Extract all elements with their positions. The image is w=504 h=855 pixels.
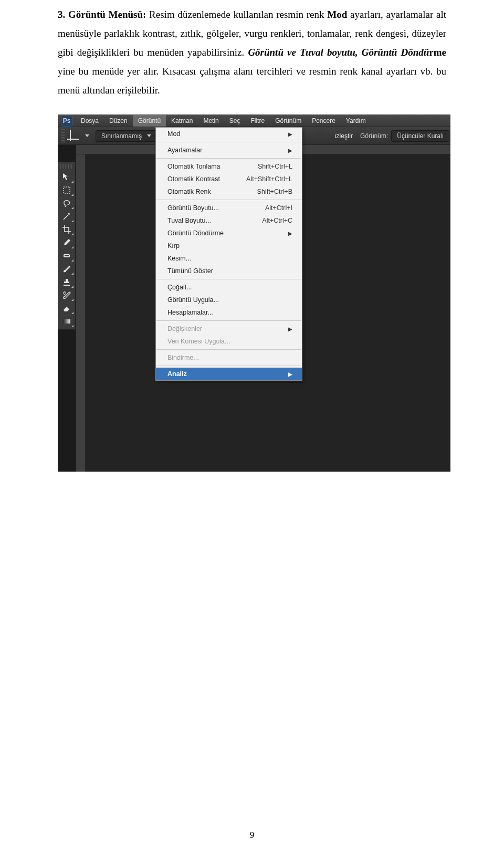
flyout-indicator-icon — [71, 233, 74, 235]
menu-görünüm[interactable]: Görünüm — [270, 115, 307, 127]
submenu-arrow-icon: ▶ — [288, 371, 292, 377]
menu-item: Değişkenler▶ — [156, 322, 302, 335]
menu-yardım[interactable]: Yardım — [341, 115, 371, 127]
flyout-indicator-icon — [71, 273, 74, 275]
menu-separator — [156, 349, 301, 350]
menu-shortcut: Alt+Ctrl+C — [262, 217, 292, 224]
menu-item[interactable]: Mod▶ — [156, 128, 302, 140]
flyout-indicator-icon — [71, 207, 74, 209]
flyout-indicator-icon — [71, 299, 74, 301]
flyout-indicator-icon — [71, 312, 74, 314]
aspect-dropdown[interactable]: Sınırlanmamış — [96, 130, 157, 142]
menu-item[interactable]: Kırp — [156, 239, 302, 252]
menu-item-label: Analiz — [167, 370, 187, 378]
flyout-indicator-icon — [71, 325, 74, 327]
move-tool[interactable] — [59, 171, 74, 183]
eyedropper-tool[interactable] — [59, 236, 74, 249]
menu-metin[interactable]: Metin — [198, 115, 224, 127]
menu-item-label: Hesaplamalar... — [167, 309, 213, 316]
flyout-indicator-icon — [71, 220, 74, 222]
stamp-tool[interactable] — [59, 276, 74, 288]
menu-item-label: Veri Kümesi Uygula... — [167, 338, 230, 345]
menu-item-label: Kesim... — [167, 255, 191, 262]
lasso-tool[interactable] — [59, 197, 74, 210]
menu-item[interactable]: Çoğalt... — [156, 281, 302, 294]
menu-item[interactable]: Görüntü Uygula... — [156, 294, 302, 306]
menu-item-label: Görüntü Boyutu... — [167, 204, 219, 212]
view-label: Görünüm: — [360, 132, 388, 140]
view-dropdown[interactable]: Üçüncüler Kuralı — [391, 130, 449, 142]
ps-logo: Ps — [61, 115, 72, 127]
menu-item-label: Ayarlamalar — [167, 147, 202, 154]
menu-separator — [156, 200, 301, 200]
chevron-down-icon[interactable] — [85, 134, 89, 137]
menu-item-label: Tümünü Göster — [167, 267, 213, 275]
chevron-down-icon — [147, 134, 151, 137]
menu-item[interactable]: Otomatik KontrastAlt+Shift+Ctrl+L — [156, 173, 302, 185]
svg-rect-2 — [65, 255, 69, 256]
menu-item[interactable]: Tümünü Göster — [156, 265, 302, 277]
menu-separator — [156, 158, 301, 159]
menu-filtre[interactable]: Filtre — [245, 115, 270, 127]
menu-görüntü[interactable]: Görüntü — [133, 115, 166, 127]
straighten-label: ızleştir — [334, 132, 353, 140]
menu-item[interactable]: Analiz▶ — [156, 368, 302, 380]
submenu-arrow-icon: ▶ — [288, 231, 292, 236]
submenu-arrow-icon: ▶ — [288, 131, 292, 137]
flyout-indicator-icon — [71, 181, 74, 183]
menu-shortcut: Alt+Shift+Ctrl+L — [246, 175, 292, 183]
menu-item[interactable]: Görüntü Boyutu...Alt+Ctrl+I — [156, 202, 302, 214]
menu-item-label: Mod — [167, 130, 180, 138]
menu-item[interactable]: Otomatik TonlamaShift+Ctrl+L — [156, 160, 302, 173]
menu-shortcut: Alt+Ctrl+I — [265, 204, 292, 212]
menu-item[interactable]: Ayarlamalar▶ — [156, 144, 302, 157]
menu-item-label: Değişkenler — [167, 325, 202, 332]
menu-item[interactable]: Hesaplamalar... — [156, 306, 302, 319]
page-number: 9 — [0, 830, 504, 840]
menu-separator — [156, 366, 301, 366]
healing-tool[interactable] — [59, 249, 74, 262]
gradient-tool[interactable] — [59, 315, 74, 328]
image-menu-dropdown: Mod▶Ayarlamalar▶Otomatik TonlamaShift+Ct… — [155, 127, 302, 381]
flyout-indicator-icon — [71, 286, 74, 288]
menu-katman[interactable]: Katman — [166, 115, 198, 127]
menu-item[interactable]: Tuval Boyutu...Alt+Ctrl+C — [156, 214, 302, 227]
vertical-ruler — [76, 154, 86, 472]
menu-düzen[interactable]: Düzen — [104, 115, 133, 127]
document-paragraph: 3. Görüntü Menüsü: Resim düzenlemede kul… — [58, 0, 446, 100]
brush-tool[interactable] — [59, 263, 74, 275]
menu-item[interactable]: Kesim... — [156, 252, 302, 265]
history-tool[interactable] — [59, 289, 74, 301]
flyout-indicator-icon — [71, 246, 74, 248]
menu-item-label: Tuval Boyutu... — [167, 217, 211, 224]
menu-item[interactable]: Otomatik RenkShift+Ctrl+B — [156, 185, 302, 198]
svg-rect-4 — [63, 319, 70, 324]
menu-separator — [156, 142, 301, 142]
eraser-tool[interactable] — [59, 302, 74, 315]
menu-item[interactable]: Görüntü Döndürme▶ — [156, 227, 302, 239]
menu-item-label: Kırp — [167, 242, 180, 249]
menu-item: Bindirme... — [156, 351, 302, 364]
toolbox — [58, 162, 76, 330]
menu-pencere[interactable]: Pencere — [307, 115, 341, 127]
flyout-indicator-icon — [71, 194, 74, 196]
grip-icon — [61, 129, 65, 143]
crop-tool-icon[interactable] — [68, 131, 79, 141]
marquee-tool[interactable] — [59, 184, 74, 196]
menu-dosya[interactable]: Dosya — [76, 115, 104, 127]
menu-item-label: Görüntü Döndürme — [167, 230, 224, 237]
menu-seç[interactable]: Seç — [224, 115, 246, 127]
grip-icon — [60, 164, 73, 169]
wand-tool[interactable] — [59, 210, 74, 223]
menu-item-label: Otomatik Kontrast — [167, 175, 220, 183]
menu-item-label: Bindirme... — [167, 354, 199, 361]
crop-tool[interactable] — [59, 223, 74, 236]
menu-shortcut: Shift+Ctrl+L — [258, 163, 292, 170]
menu-item-label: Görüntü Uygula... — [167, 296, 219, 304]
submenu-arrow-icon: ▶ — [288, 326, 292, 332]
svg-rect-0 — [64, 187, 70, 193]
menu-item: Veri Kümesi Uygula... — [156, 335, 302, 348]
app-header: Ps DosyaDüzenGörüntüKatmanMetinSeçFiltre… — [58, 114, 450, 127]
photoshop-screenshot: Ps DosyaDüzenGörüntüKatmanMetinSeçFiltre… — [58, 114, 450, 472]
menu-item-label: Otomatik Tonlama — [167, 163, 220, 170]
